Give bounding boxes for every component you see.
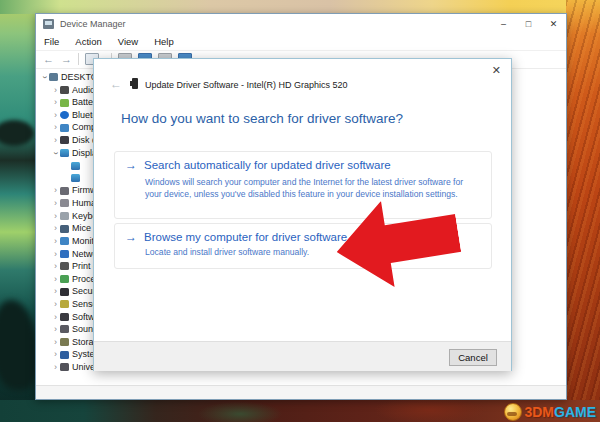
3dmgame-mascot-icon <box>504 403 522 421</box>
menu-bar: File Action View Help <box>36 33 566 51</box>
storage-icon <box>60 338 69 346</box>
title-bar[interactable]: Device Manager – □ ✕ <box>36 14 566 33</box>
window-controls: – □ ✕ <box>491 14 566 33</box>
processor-icon <box>60 275 69 283</box>
chevron-icon[interactable]: › <box>49 148 62 157</box>
option-arrow-icon: → <box>125 158 137 172</box>
option-title[interactable]: Browse my computer for driver software <box>144 231 347 243</box>
forward-arrow-icon[interactable]: → <box>61 54 72 65</box>
dialog-footer: Cancel <box>94 341 511 371</box>
artwork-shape <box>0 300 38 390</box>
mouse-icon <box>60 225 69 233</box>
dialog-close-icon[interactable]: ✕ <box>492 64 501 77</box>
chevron-icon[interactable]: › <box>51 260 60 273</box>
chevron-icon[interactable]: › <box>51 222 60 235</box>
chevron-icon[interactable]: › <box>51 285 60 298</box>
sensor-icon <box>60 300 69 308</box>
monitor-icon <box>60 124 69 132</box>
menu-help[interactable]: Help <box>146 36 182 47</box>
driver-icon <box>132 78 138 89</box>
chevron-icon[interactable]: › <box>38 73 51 82</box>
option-search-automatically[interactable]: → Search automatically for updated drive… <box>114 151 492 219</box>
chevron-icon[interactable]: › <box>51 184 60 197</box>
display-icon <box>71 162 80 170</box>
disk-icon <box>60 136 69 144</box>
maximize-button[interactable]: □ <box>516 14 541 33</box>
chevron-icon[interactable]: › <box>51 348 60 361</box>
option-title[interactable]: Search automatically for updated driver … <box>144 159 391 171</box>
chevron-icon[interactable]: › <box>51 273 60 286</box>
chevron-icon[interactable]: › <box>51 197 60 210</box>
hid-icon <box>60 199 69 207</box>
watermark: 3DMGAME <box>504 403 596 421</box>
monitor-icon <box>60 237 69 245</box>
chevron-icon[interactable]: › <box>51 336 60 349</box>
back-arrow-icon[interactable]: ← <box>43 54 54 65</box>
status-bar <box>36 385 566 399</box>
chevron-icon[interactable]: › <box>51 134 60 147</box>
cancel-button[interactable]: Cancel <box>449 349 497 366</box>
sound-icon <box>60 325 69 333</box>
software-icon <box>60 313 69 321</box>
menu-file[interactable]: File <box>36 36 67 47</box>
chevron-icon[interactable]: › <box>51 323 60 336</box>
network-icon <box>60 250 69 258</box>
display-icon <box>71 174 80 182</box>
background-artwork-left <box>0 0 36 422</box>
device-manager-icon <box>43 19 54 29</box>
close-button[interactable]: ✕ <box>541 14 566 33</box>
keyboard-icon <box>60 212 69 220</box>
system-icon <box>60 351 69 359</box>
chevron-icon[interactable]: › <box>51 210 60 223</box>
battery-icon <box>60 99 69 107</box>
dialog-back-icon[interactable]: ← <box>110 77 122 91</box>
background-artwork-top <box>0 0 600 14</box>
watermark-game: GAME <box>554 404 596 420</box>
dialog-title: Update Driver Software - Intel(R) HD Gra… <box>145 80 348 90</box>
toolbar-separator <box>78 53 79 65</box>
artwork-shape <box>0 120 34 146</box>
chevron-icon[interactable]: › <box>51 84 60 97</box>
option-description: Windows will search your computer and th… <box>145 176 477 200</box>
option-arrow-icon: → <box>125 230 137 244</box>
security-icon <box>60 288 69 296</box>
minimize-button[interactable]: – <box>491 14 516 33</box>
chevron-icon[interactable]: › <box>51 298 60 311</box>
tree-item[interactable]: ›DESKTOP <box>38 71 98 84</box>
watermark-3dm: 3DM <box>524 404 554 420</box>
chevron-icon[interactable]: › <box>51 311 60 324</box>
dialog-heading: How do you want to search for driver sof… <box>121 111 403 126</box>
firmware-icon <box>60 187 69 195</box>
chevron-icon[interactable]: › <box>51 248 60 261</box>
bluetooth-icon <box>60 111 69 119</box>
window-title: Device Manager <box>60 19 126 29</box>
menu-view[interactable]: View <box>110 36 146 47</box>
chevron-icon[interactable]: › <box>51 96 60 109</box>
audio-icon <box>60 86 69 94</box>
watermark-text: 3DMGAME <box>524 404 596 420</box>
device-tree: ›DESKTOP›Audio i›Batteri›Bluetoo›Comput›… <box>38 71 96 374</box>
chevron-icon[interactable]: › <box>51 235 60 248</box>
chevron-icon[interactable]: › <box>51 361 60 374</box>
menu-action[interactable]: Action <box>67 36 109 47</box>
print-icon <box>60 262 69 270</box>
usb-icon <box>60 363 69 371</box>
chevron-icon[interactable]: › <box>51 109 60 122</box>
chevron-icon[interactable]: › <box>51 121 60 134</box>
background-artwork-right <box>566 0 600 422</box>
update-driver-dialog: ✕ ← Update Driver Software - Intel(R) HD… <box>93 58 512 371</box>
